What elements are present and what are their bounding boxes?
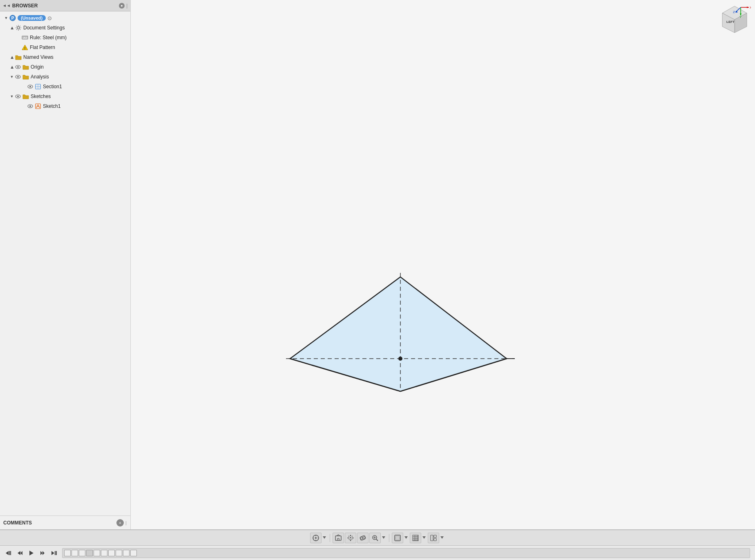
timeline-tool-sketch[interactable] — [64, 550, 71, 556]
named-views-folder-icon — [15, 54, 22, 61]
svg-line-64 — [376, 539, 378, 541]
play-button[interactable] — [26, 548, 37, 558]
svg-marker-57 — [350, 540, 351, 541]
timeline-marker-5[interactable] — [101, 550, 107, 556]
timeline-marker-7[interactable] — [116, 550, 122, 556]
separator-1 — [330, 534, 330, 542]
canvas-area[interactable]: LEFT X Y Z — [131, 0, 755, 529]
rule-label: Rule: Steel (mm) — [30, 35, 67, 40]
tree-item-flat-pattern[interactable]: ! Flat Pattern — [0, 42, 130, 52]
comments-panel: COMMENTS + | — [0, 515, 130, 529]
next-button[interactable] — [38, 548, 48, 558]
svg-point-21 — [17, 96, 19, 97]
expand-arrow-named-views[interactable]: ▶ — [9, 54, 15, 60]
svg-marker-78 — [422, 536, 426, 539]
browser-resize-handle[interactable]: | — [126, 2, 128, 9]
toolbar-row — [0, 530, 755, 545]
tree-item-sketch1[interactable]: Sketch1 — [0, 101, 130, 111]
timeline-marker-2[interactable] — [79, 550, 85, 556]
timeline-marker-1[interactable] — [71, 550, 78, 556]
expand-arrow-doc-settings[interactable]: ▶ — [9, 25, 15, 31]
svg-marker-59 — [353, 537, 354, 539]
svg-rect-93 — [56, 551, 57, 555]
expand-arrow-analysis[interactable]: ▼ — [9, 74, 15, 80]
pan-button[interactable] — [345, 533, 356, 543]
section1-label: Section1 — [43, 84, 62, 89]
layout-button[interactable] — [428, 533, 439, 543]
sketches-folder-icon — [22, 93, 29, 100]
browser-close-button[interactable]: ● — [119, 3, 125, 9]
tree-item-named-views[interactable]: ▶ Named Views — [0, 52, 130, 62]
timeline-marker-9[interactable] — [130, 550, 137, 556]
zoom-dropdown[interactable] — [382, 535, 386, 541]
root-icon: P — [9, 14, 16, 22]
svg-rect-79 — [431, 535, 433, 541]
tree-item-section1[interactable]: Section1 — [0, 82, 130, 91]
display-mode-button[interactable] — [392, 533, 403, 543]
svg-marker-82 — [440, 536, 444, 539]
eye-icon-section1[interactable] — [27, 83, 34, 90]
origin-folder-icon — [22, 63, 29, 71]
canvas-svg — [131, 0, 755, 529]
svg-point-46 — [315, 537, 317, 539]
svg-point-44 — [398, 357, 402, 361]
svg-point-12 — [17, 66, 19, 68]
expand-arrow-root[interactable]: ▼ — [3, 15, 9, 21]
eye-icon-sketches[interactable] — [15, 93, 21, 100]
main-area: ◄◄ BROWSER ● | ▼ P (Unsaved) — [0, 0, 755, 529]
orbit-button[interactable] — [357, 533, 369, 543]
layout-dropdown[interactable] — [440, 535, 445, 541]
svg-marker-56 — [350, 535, 351, 536]
browser-panel: ◄◄ BROWSER ● | ▼ P (Unsaved) — [0, 0, 131, 529]
timeline-marker-8[interactable] — [123, 550, 130, 556]
comments-resize-handle[interactable]: | — [125, 520, 127, 525]
collapse-arrow-icon[interactable]: ◄◄ — [2, 3, 11, 8]
tree-item-root[interactable]: ▼ P (Unsaved) ⊙ — [0, 13, 130, 23]
comments-add-button[interactable]: + — [116, 519, 124, 527]
timeline-marker-3[interactable] — [86, 550, 93, 556]
grid-dropdown[interactable] — [422, 535, 427, 541]
origin-label: Origin — [31, 64, 44, 70]
pan-home-button[interactable] — [333, 533, 344, 543]
zoom-region-button[interactable] — [369, 533, 381, 543]
gear-icon — [15, 24, 22, 31]
display-mode-dropdown[interactable] — [404, 535, 409, 541]
section-icon — [34, 83, 42, 90]
svg-marker-70 — [404, 536, 408, 539]
eye-icon-analysis[interactable] — [15, 74, 21, 80]
tree-item-analysis[interactable]: ▼ Analysis — [0, 72, 130, 82]
eye-icon-sketch1[interactable] — [27, 103, 34, 109]
tree-item-rule[interactable]: Rule: Steel (mm) — [0, 33, 130, 42]
bottom-area — [0, 529, 755, 560]
snap-dropdown[interactable] — [322, 535, 327, 541]
snap-button[interactable] — [310, 533, 322, 543]
end-button[interactable] — [49, 548, 60, 558]
svg-point-23 — [29, 105, 31, 107]
svg-marker-88 — [29, 551, 34, 556]
grid-button[interactable] — [410, 533, 421, 543]
timeline-marker-4[interactable] — [94, 550, 100, 556]
expand-arrow-origin[interactable]: ▶ — [9, 64, 15, 70]
eye-icon-origin[interactable] — [15, 64, 21, 70]
unsaved-badge: (Unsaved) — [18, 15, 46, 21]
expand-arrow-sketches[interactable]: ▼ — [9, 94, 15, 99]
svg-point-2 — [17, 27, 20, 29]
prev-button[interactable] — [15, 548, 25, 558]
timeline-track[interactable] — [62, 548, 750, 558]
svg-marker-67 — [382, 536, 385, 539]
sketch1-icon — [34, 103, 42, 110]
history-icon[interactable]: ⊙ — [47, 15, 52, 21]
named-views-label: Named Views — [23, 54, 54, 60]
tree-item-document-settings[interactable]: ▶ Document Settings — [0, 23, 130, 33]
warning-icon: ! — [21, 44, 29, 51]
svg-marker-89 — [40, 551, 42, 555]
tree-item-origin[interactable]: ▶ Origin — [0, 62, 130, 72]
svg-rect-85 — [10, 551, 11, 555]
analysis-label: Analysis — [31, 74, 49, 80]
browser-header: ◄◄ BROWSER ● | — [0, 0, 130, 11]
sketch1-label: Sketch1 — [43, 103, 60, 109]
timeline-marker-6[interactable] — [108, 550, 115, 556]
rewind-button[interactable] — [3, 548, 14, 558]
svg-rect-69 — [395, 536, 400, 540]
tree-item-sketches[interactable]: ▼ Sketches — [0, 91, 130, 101]
